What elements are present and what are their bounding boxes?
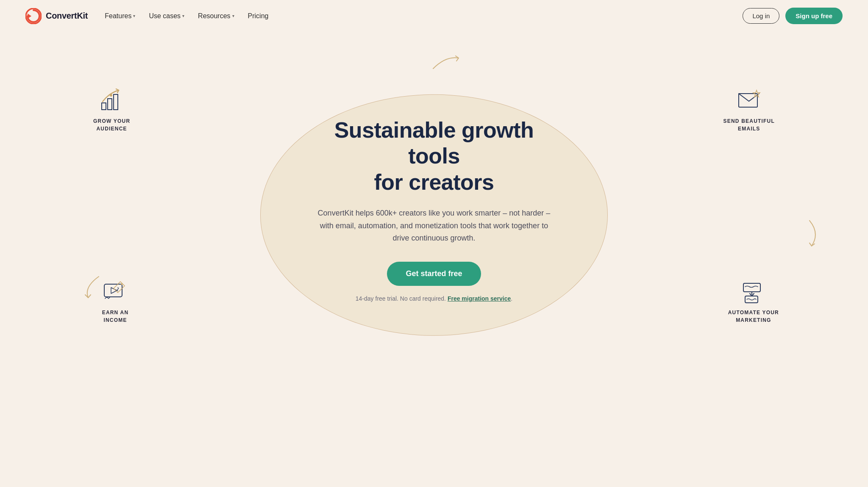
svg-marker-1 <box>28 14 31 19</box>
automate-label: AUTOMATE YOURMARKETING <box>728 309 779 324</box>
hero-section: GROW YOURAUDIENCE SEND BEAUTIFULEMAILS <box>0 32 868 379</box>
nav-left: ConvertKit Features ▾ Use cases ▾ Resour… <box>25 8 268 24</box>
earn-icon-wrap <box>102 278 129 305</box>
hero-title: Sustainable growth tools for creators <box>307 117 561 195</box>
email-label: SEND BEAUTIFULEMAILS <box>723 117 775 133</box>
arrow-top-icon <box>431 54 461 74</box>
arrow-bottom-left-icon <box>80 274 101 303</box>
hero-content: Sustainable growth tools for creators Co… <box>298 92 570 302</box>
chevron-down-icon: ▾ <box>232 14 234 18</box>
feature-automate: AUTOMATE YOURMARKETING <box>728 278 779 324</box>
navbar: ConvertKit Features ▾ Use cases ▾ Resour… <box>0 0 868 32</box>
earn-label: EARN ANINCOME <box>102 309 129 324</box>
nav-item-use-cases[interactable]: Use cases ▾ <box>149 12 184 20</box>
hero-note: 14-day free trial. No card required. Fre… <box>307 295 561 302</box>
arrow-right-icon <box>805 219 822 251</box>
feature-email: SEND BEAUTIFULEMAILS <box>723 87 775 133</box>
chevron-down-icon: ▾ <box>182 14 184 18</box>
nav-item-pricing[interactable]: Pricing <box>248 12 269 20</box>
grow-icon-wrap <box>93 87 130 114</box>
svg-rect-2 <box>102 103 106 110</box>
nav-item-resources[interactable]: Resources ▾ <box>198 12 234 20</box>
chevron-down-icon: ▾ <box>133 14 135 18</box>
logo-icon <box>25 8 42 24</box>
svg-rect-3 <box>108 99 112 110</box>
svg-point-5 <box>110 94 112 97</box>
migration-link[interactable]: Free migration service <box>448 295 511 302</box>
feature-grow: GROW YOURAUDIENCE <box>93 87 130 133</box>
get-started-button[interactable]: Get started free <box>387 262 481 286</box>
automation-icon <box>740 278 767 305</box>
svg-rect-8 <box>104 284 122 297</box>
automate-icon-wrap <box>728 278 779 305</box>
nav-right: Log in Sign up free <box>743 8 843 24</box>
svg-point-10 <box>121 283 122 285</box>
grow-label: GROW YOURAUDIENCE <box>93 117 130 133</box>
ticket-icon <box>102 278 129 305</box>
svg-rect-4 <box>114 94 118 110</box>
chart-icon <box>98 87 125 114</box>
envelope-icon <box>735 87 762 114</box>
feature-earn: EARN ANINCOME <box>102 278 129 324</box>
nav-links: Features ▾ Use cases ▾ Resources ▾ Prici… <box>105 12 268 20</box>
hero-subtitle: ConvertKit helps 600k+ creators like you… <box>315 207 553 245</box>
logo-link[interactable]: ConvertKit <box>25 8 88 24</box>
login-button[interactable]: Log in <box>743 8 779 24</box>
email-icon-wrap <box>723 87 775 114</box>
signup-button[interactable]: Sign up free <box>785 8 843 24</box>
logo-text: ConvertKit <box>46 11 88 21</box>
nav-item-features[interactable]: Features ▾ <box>105 12 135 20</box>
